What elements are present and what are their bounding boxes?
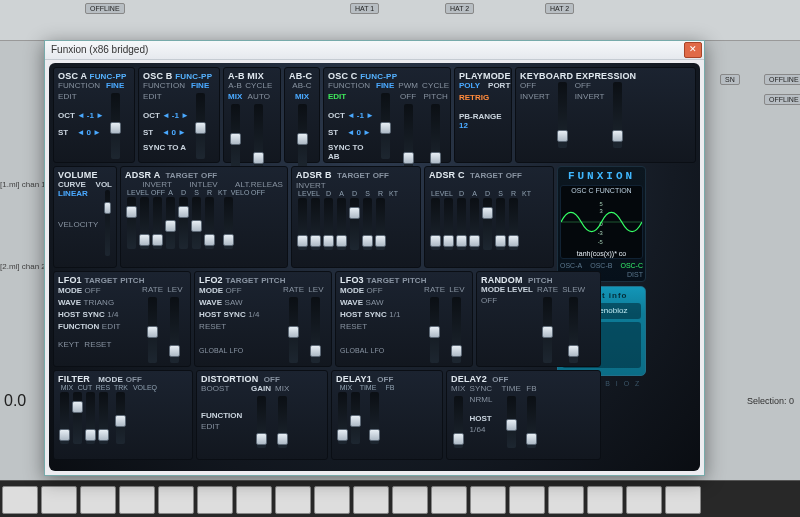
- kexpr-c1-invert[interactable]: INVERT: [520, 92, 550, 101]
- osc-b-oct-up[interactable]: ►: [181, 111, 189, 120]
- osc-b-fine-slider[interactable]: [196, 93, 205, 159]
- osc-c-mode[interactable]: FUNC-PP: [360, 72, 397, 81]
- dist-gain-slider[interactable]: [257, 396, 266, 448]
- adsr-a-a[interactable]: [153, 197, 162, 249]
- filter-mix[interactable]: [60, 392, 69, 444]
- random-rate-slider[interactable]: [543, 297, 552, 363]
- adsr-a-s1[interactable]: [140, 197, 149, 249]
- delay2-time[interactable]: [507, 396, 516, 448]
- osc-c-st-up[interactable]: ►: [363, 128, 371, 137]
- dist-state[interactable]: OFF: [264, 375, 280, 384]
- adsr-b-r[interactable]: [363, 198, 372, 250]
- delay2-mix[interactable]: [454, 396, 463, 448]
- osc-c-oct-up[interactable]: ►: [366, 111, 374, 120]
- osc-a-oct-value[interactable]: -1: [87, 111, 94, 120]
- scope-equation[interactable]: tanh(cos(x))* co: [561, 250, 642, 257]
- d2-sync-value[interactable]: NRML: [470, 395, 498, 404]
- playmode-poly[interactable]: POLY: [459, 81, 480, 90]
- osc-b-oct-down[interactable]: ◄: [162, 111, 170, 120]
- osc-b-st-up[interactable]: ►: [178, 128, 186, 137]
- lfo1-hostsync-value[interactable]: 1/4: [107, 310, 118, 319]
- filter-res[interactable]: [86, 392, 95, 444]
- lfo1-rate-slider[interactable]: [148, 297, 157, 363]
- lfo1-function-value[interactable]: EDIT: [102, 322, 121, 331]
- adsr-a-target-value[interactable]: OFF: [201, 171, 217, 180]
- kexpr-c2-off[interactable]: OFF: [575, 81, 605, 90]
- lfo1-wave-value[interactable]: TRIANG: [83, 298, 114, 307]
- dist-mix-slider[interactable]: [278, 396, 287, 448]
- adsr-a-altrel[interactable]: ALT.RELEAS: [235, 180, 283, 189]
- lfo1-mode-value[interactable]: OFF: [85, 286, 101, 295]
- delay2-state[interactable]: OFF: [492, 375, 508, 384]
- filter-voleq[interactable]: [116, 392, 125, 444]
- kexpr-slider-2[interactable]: [613, 82, 622, 148]
- filter-mode-value[interactable]: OFF: [126, 375, 142, 384]
- lfo1-reset[interactable]: RESET: [84, 340, 111, 349]
- osc-a-oct-up[interactable]: ►: [96, 111, 104, 120]
- filter-trk[interactable]: [99, 392, 108, 444]
- osc-b-sync[interactable]: SYNC TO A: [143, 143, 187, 152]
- adsr-c-target-value[interactable]: OFF: [506, 171, 522, 180]
- adsr-b-d[interactable]: [337, 198, 346, 250]
- osc-c-edit[interactable]: EDIT: [328, 92, 372, 101]
- adsr-b-a[interactable]: [324, 198, 333, 250]
- lfo2-wave-value[interactable]: SAW: [224, 298, 242, 307]
- adsr-c-d[interactable]: [470, 198, 479, 250]
- dist-boost[interactable]: BOOST: [201, 384, 247, 393]
- osc-b-st-down[interactable]: ◄: [162, 128, 170, 137]
- random-modelevel-value[interactable]: OFF: [481, 296, 533, 305]
- osc-c-oct-value[interactable]: -1: [357, 111, 364, 120]
- adsr-a-kt[interactable]: [205, 197, 214, 249]
- osc-a-st-value[interactable]: 0: [87, 128, 91, 137]
- kexpr-c2-invert[interactable]: INVERT: [575, 92, 605, 101]
- playmode-port[interactable]: PORT: [488, 81, 510, 90]
- lfo1-keyt[interactable]: KEYT: [58, 340, 79, 349]
- lfo1-lev-slider[interactable]: [170, 297, 179, 363]
- ab-cycle-slider[interactable]: [254, 104, 263, 170]
- adsr-b-s1[interactable]: [311, 198, 320, 250]
- adsr-b-level[interactable]: [298, 198, 307, 250]
- osc-tab-c[interactable]: OSC-C: [620, 262, 643, 269]
- adsr-b-invert[interactable]: INVERT: [296, 181, 326, 190]
- lfo3-hostsync-value[interactable]: 1/1: [389, 310, 400, 319]
- abc-slider[interactable]: [298, 104, 307, 170]
- osc-c-fine-slider[interactable]: [381, 93, 390, 159]
- osc-c-st-down[interactable]: ◄: [347, 128, 355, 137]
- adsr-a-invert[interactable]: INVERT: [142, 180, 172, 189]
- delay1-mix[interactable]: [338, 392, 347, 444]
- lfo2-lev-slider[interactable]: [311, 297, 320, 363]
- d2-host-value[interactable]: 1/64: [470, 425, 498, 434]
- ab-mix-slider[interactable]: [231, 104, 240, 170]
- random-slew-slider[interactable]: [569, 297, 578, 363]
- adsr-c-level[interactable]: [431, 198, 440, 250]
- lfo1-target-value[interactable]: PITCH: [120, 276, 145, 285]
- osc-b-edit[interactable]: EDIT: [143, 92, 187, 101]
- osc-c-cycle-slider[interactable]: [431, 104, 440, 170]
- osc-a-fine-slider[interactable]: [111, 93, 120, 159]
- dist-function-edit[interactable]: EDIT: [201, 422, 247, 431]
- lfo3-mode-value[interactable]: OFF: [367, 286, 383, 295]
- adsr-a-d[interactable]: [166, 197, 175, 249]
- adsr-a-r[interactable]: [192, 197, 201, 249]
- playmode-pbrange-value[interactable]: 12: [459, 121, 507, 130]
- adsr-c-kt[interactable]: [509, 198, 518, 250]
- lfo2-mode-value[interactable]: OFF: [226, 286, 242, 295]
- osc-c-sync[interactable]: SYNC TO AB: [328, 143, 372, 161]
- delay1-fb[interactable]: [370, 392, 379, 444]
- adsr-a-intlev[interactable]: INTLEV: [189, 180, 218, 189]
- lfo2-reset[interactable]: RESET: [199, 322, 226, 331]
- abc-col1-value[interactable]: MIX: [295, 92, 309, 101]
- random-target[interactable]: PITCH: [528, 276, 553, 285]
- osc-a-st-up[interactable]: ►: [93, 128, 101, 137]
- osc-c-pwm-slider[interactable]: [404, 104, 413, 170]
- osc-c-st-value[interactable]: 0: [357, 128, 361, 137]
- osc-tab-b[interactable]: OSC-B: [590, 262, 612, 269]
- osc-a-edit[interactable]: EDIT: [58, 92, 102, 101]
- lfo2-hostsync-value[interactable]: 1/4: [248, 310, 259, 319]
- adsr-b-target-value[interactable]: OFF: [373, 171, 389, 180]
- ab-mix-col1-value[interactable]: MIX: [228, 92, 242, 101]
- lfo3-wave-value[interactable]: SAW: [365, 298, 383, 307]
- lfo3-reset[interactable]: RESET: [340, 322, 367, 331]
- delay1-state[interactable]: OFF: [377, 375, 393, 384]
- lfo2-rate-slider[interactable]: [289, 297, 298, 363]
